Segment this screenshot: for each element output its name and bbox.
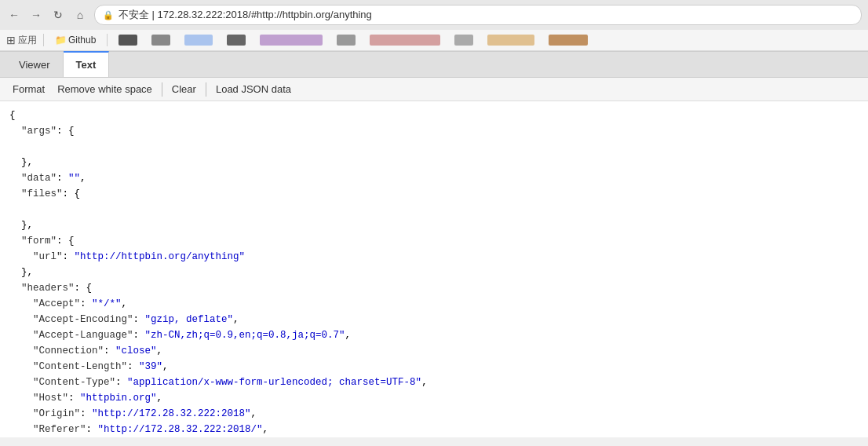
bookmark-icon [184, 35, 213, 46]
tab-viewer[interactable]: Viewer [6, 53, 64, 77]
grid-icon: ⊞ [6, 34, 16, 46]
github-bookmark[interactable]: 📁 Github [50, 33, 100, 47]
folder-icon: 📁 [55, 35, 67, 46]
bookmarks-bar: ⊞ 应用 📁 Github [0, 30, 868, 51]
bookmark-1[interactable] [114, 33, 142, 47]
bookmark-3[interactable] [180, 33, 217, 47]
security-icon: 🔒 [103, 10, 114, 20]
bookmark-icon [260, 35, 323, 46]
home-button[interactable]: ⌂ [72, 7, 88, 23]
bookmark-icon [119, 35, 137, 46]
bookmark-separator [43, 34, 44, 46]
format-button[interactable]: Format [6, 81, 51, 97]
tab-bar: Viewer Text [0, 52, 868, 78]
bookmark-8[interactable] [450, 33, 478, 47]
bookmark-icon [227, 35, 246, 46]
bookmark-icon [337, 35, 356, 46]
github-label: Github [68, 35, 96, 46]
bookmark-6[interactable] [332, 33, 360, 47]
bookmark-icon [549, 35, 588, 46]
bookmark-4[interactable] [222, 33, 250, 47]
load-json-button[interactable]: Load JSON data [210, 81, 297, 97]
nav-bar: ← → ↻ ⌂ 🔒 不安全 | 172.28.32.222:2018/#http… [0, 0, 868, 30]
toolbar-separator [162, 82, 162, 97]
bookmark-icon [487, 35, 534, 46]
bookmark-10[interactable] [544, 33, 593, 47]
bookmark-separator-2 [107, 34, 108, 46]
tab-text[interactable]: Text [64, 51, 110, 77]
remove-whitespace-button[interactable]: Remove white space [51, 81, 159, 97]
browser-chrome: ← → ↻ ⌂ 🔒 不安全 | 172.28.32.222:2018/#http… [0, 0, 868, 52]
bookmark-5[interactable] [255, 33, 327, 47]
url-display: 不安全 | 172.28.32.222:2018/#http://httpbin… [119, 8, 372, 22]
bookmark-icon [370, 35, 440, 46]
json-content-area[interactable]: { "args": { }, "data": "", "files": { },… [0, 101, 868, 437]
bookmark-icon [151, 35, 170, 46]
bookmark-7[interactable] [365, 33, 445, 47]
toolbar-separator-2 [206, 82, 206, 97]
bookmark-2[interactable] [147, 33, 175, 47]
apps-label: 应用 [18, 34, 37, 47]
refresh-button[interactable]: ↻ [50, 7, 66, 23]
apps-bookmark[interactable]: ⊞ 应用 [6, 34, 37, 47]
toolbar: Format Remove white space Clear Load JSO… [0, 78, 868, 101]
forward-button[interactable]: → [28, 7, 44, 23]
address-bar[interactable]: 🔒 不安全 | 172.28.32.222:2018/#http://httpb… [94, 5, 862, 25]
back-button[interactable]: ← [6, 7, 22, 23]
clear-button[interactable]: Clear [166, 81, 202, 97]
bookmark-9[interactable] [483, 33, 539, 47]
bookmark-icon [454, 35, 473, 46]
